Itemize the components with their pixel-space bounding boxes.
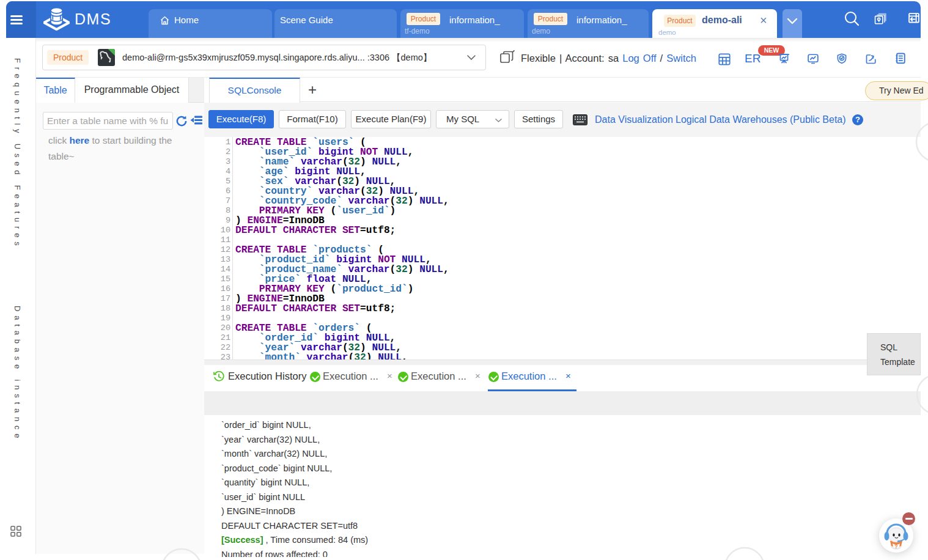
svg-text:?: ? [894,543,898,550]
